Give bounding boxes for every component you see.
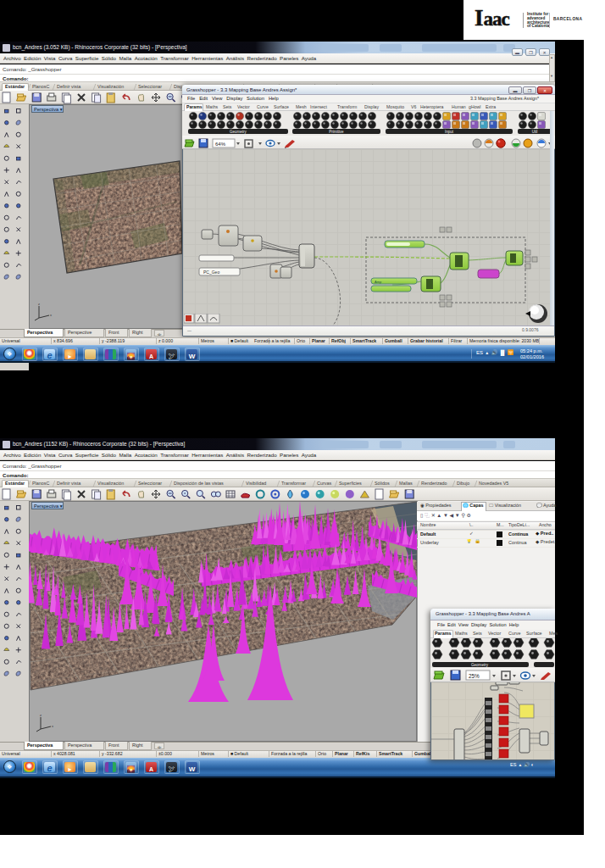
svg-text:Amp: Amp [375, 280, 382, 284]
svg-text:Geometry: Geometry [471, 663, 489, 667]
svg-text:z: z [40, 713, 42, 717]
svg-text:PC_Geo: PC_Geo [203, 270, 219, 275]
svg-text:Input: Input [445, 130, 454, 134]
svg-text:Primitive: Primitive [329, 130, 344, 134]
svg-text:64%: 64% [215, 142, 226, 147]
svg-text:x: x [52, 724, 53, 728]
svg-text:Util: Util [532, 130, 538, 134]
svg-text:Geometry: Geometry [230, 130, 247, 134]
svg-text:z: z [38, 302, 40, 306]
svg-text:25%: 25% [469, 673, 480, 679]
svg-text:x: x [50, 313, 52, 317]
